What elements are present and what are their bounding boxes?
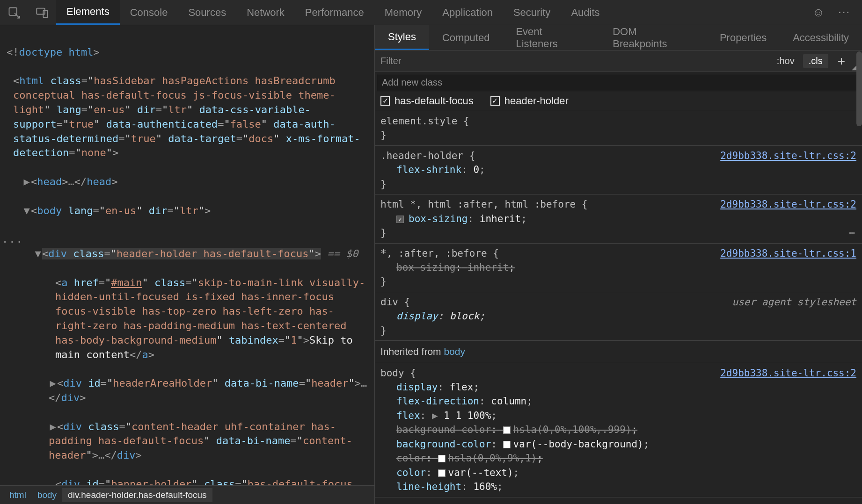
color-swatch-icon[interactable] — [503, 441, 511, 448]
tab-sources[interactable]: Sources — [178, 0, 236, 25]
hov-toggle[interactable]: :hov — [771, 54, 800, 68]
color-swatch-icon[interactable] — [503, 426, 511, 434]
crumb-html[interactable]: html — [4, 488, 32, 502]
class-toggle[interactable]: ✓header-holder — [490, 95, 569, 107]
scrollbar-thumb[interactable] — [856, 51, 862, 126]
inspect-element-icon[interactable] — [0, 0, 28, 25]
dom-breadcrumb: html body div.header-holder.has-default-… — [0, 485, 374, 504]
crumb-selected[interactable]: div.header-holder.has-default-focus — [62, 488, 212, 502]
tree-row-menu-icon[interactable]: ... — [0, 232, 23, 247]
tab-performance[interactable]: Performance — [295, 0, 374, 25]
tab-memory[interactable]: Memory — [374, 0, 432, 25]
cls-toggle[interactable]: .cls — [803, 54, 828, 68]
tab-audits[interactable]: Audits — [561, 0, 610, 25]
css-rule[interactable]: 2d9bb338.site-ltr.css:2 body { display: … — [375, 363, 862, 497]
subtab-styles[interactable]: Styles — [375, 25, 429, 50]
inherited-from-link[interactable]: body — [444, 346, 465, 357]
tab-console[interactable]: Console — [120, 0, 178, 25]
toggle-device-icon[interactable] — [28, 0, 56, 25]
tab-network[interactable]: Network — [236, 0, 295, 25]
subtab-computed[interactable]: Computed — [429, 25, 503, 50]
selected-dom-node[interactable]: <div class="header-holder has-default-fo… — [42, 248, 321, 259]
css-rule[interactable]: 2d9bb338.site-ltr.css:2 html *, html :af… — [375, 194, 862, 243]
expand-icon[interactable]: ▶ — [49, 420, 57, 434]
add-class-input[interactable]: Add new class — [377, 74, 860, 91]
tab-elements[interactable]: Elements — [56, 0, 120, 25]
tab-security[interactable]: Security — [503, 0, 561, 25]
subtab-accessibility[interactable]: Accessibility — [780, 25, 862, 50]
tab-application[interactable]: Application — [432, 0, 503, 25]
class-toggle-row: ✓has-default-focus ✓header-holder — [375, 91, 862, 111]
expand-shorthand-icon[interactable]: ▶ — [432, 410, 444, 421]
source-link[interactable]: 2d9bb338.site-ltr.css:2 — [720, 149, 856, 163]
css-rule[interactable]: user agent stylesheet div { display: blo… — [375, 292, 862, 341]
styles-panel: Styles Computed Event Listeners DOM Brea… — [374, 25, 862, 504]
css-rule[interactable]: element.style { } — [375, 111, 862, 146]
css-rules-list: element.style { } 2d9bb338.site-ltr.css:… — [375, 111, 862, 504]
more-icon[interactable]: ⋯ — [849, 226, 856, 240]
color-swatch-icon[interactable] — [438, 455, 446, 462]
user-agent-label: user agent stylesheet — [732, 295, 856, 309]
subtab-dom-breakpoints[interactable]: DOM Breakpoints — [599, 25, 707, 50]
source-link[interactable]: 2d9bb338.site-ltr.css:2 — [720, 366, 856, 380]
expand-icon[interactable]: ▶ — [22, 175, 31, 189]
inherited-from-separator: Inherited from body — [375, 341, 862, 363]
filter-input[interactable]: Filter — [375, 56, 771, 66]
css-rule[interactable]: 2d9bb338.site-ltr.css:2 .header-holder {… — [375, 146, 862, 194]
source-link[interactable]: 2d9bb338.site-ltr.css:2 — [720, 197, 856, 211]
styles-subtabs: Styles Computed Event Listeners DOM Brea… — [375, 25, 862, 50]
class-toggle[interactable]: ✓has-default-focus — [380, 95, 474, 107]
collapse-icon[interactable]: ▼ — [34, 247, 42, 261]
devtools-top-tabbar: Elements Console Sources Network Perform… — [0, 0, 862, 25]
css-rule[interactable]: 2d9bb338.site-ltr.css:1 *, :after, :befo… — [375, 244, 862, 292]
styles-filter-bar: Filter :hov .cls + ◢ — [375, 50, 862, 72]
color-swatch-icon[interactable] — [438, 469, 446, 477]
subtab-properties[interactable]: Properties — [707, 25, 780, 50]
subtab-event-listeners[interactable]: Event Listeners — [503, 25, 599, 50]
source-link[interactable]: 2d9bb338.site-ltr.css:1 — [720, 246, 856, 260]
new-style-rule-icon[interactable]: + — [831, 54, 852, 69]
elements-panel: <!doctype html> <html class="hasSidebar … — [0, 25, 374, 504]
expand-icon[interactable]: ▶ — [49, 376, 57, 391]
dom-tree[interactable]: <!doctype html> <html class="hasSidebar … — [0, 25, 374, 485]
crumb-body[interactable]: body — [32, 488, 62, 502]
collapse-icon[interactable]: ▼ — [22, 204, 31, 218]
feedback-icon[interactable]: ☺ — [812, 5, 825, 20]
more-menu-icon[interactable]: ⋯ — [838, 5, 852, 20]
top-tabs: Elements Console Sources Network Perform… — [56, 0, 802, 25]
property-checkbox[interactable] — [396, 216, 404, 223]
